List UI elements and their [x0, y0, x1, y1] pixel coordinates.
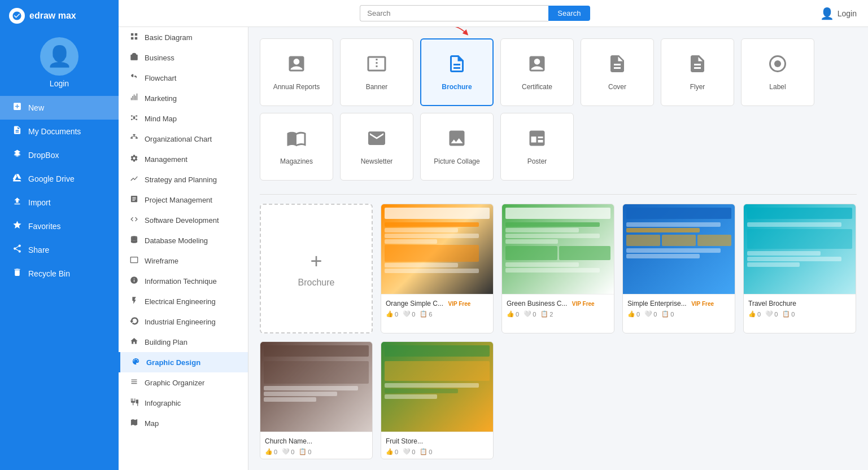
category-magazines-label: Magazines — [280, 157, 313, 165]
search-input[interactable] — [360, 5, 548, 21]
sec-nav-industrial[interactable]: Industrial Engineering — [119, 311, 248, 332]
template-food-img — [381, 342, 493, 432]
sec-nav-label: Graphic Organizer — [145, 379, 204, 387]
sidebar-item-dropbox[interactable]: DropBox — [0, 143, 119, 167]
sec-nav-organizational-chart[interactable]: Organizational Chart — [119, 129, 248, 149]
copy-stat: 📋 2 — [540, 310, 553, 318]
sec-nav-software-dev[interactable]: Software Development — [119, 210, 248, 230]
template-church-img — [260, 342, 372, 432]
new-template-button[interactable]: + Brochure — [260, 204, 373, 333]
svg-rect-0 — [130, 33, 133, 36]
sec-nav-graphic-design[interactable]: Graphic Design — [119, 352, 248, 372]
sidebar-item-share[interactable]: Share — [0, 238, 119, 262]
category-banner-label: Banner — [366, 83, 388, 91]
svg-rect-2 — [130, 37, 133, 39]
search-button[interactable]: Search — [548, 6, 590, 21]
copy-stat: 📋 0 — [299, 448, 311, 455]
sec-nav-label: Project Management — [145, 196, 212, 204]
sec-nav-project-management[interactable]: Project Management — [119, 190, 248, 210]
sec-nav-label: Business — [145, 54, 175, 62]
sec-nav-map[interactable]: Map — [119, 413, 248, 433]
magazines-icon — [286, 128, 307, 153]
svg-line-11 — [132, 118, 134, 119]
category-brochure[interactable]: Brochure — [420, 38, 494, 106]
login-label[interactable]: Login — [50, 79, 69, 88]
category-flyer[interactable]: Flyer — [661, 38, 734, 106]
template-title: Simple Enterprise... — [627, 300, 687, 308]
category-poster[interactable]: Poster — [500, 113, 574, 181]
sec-nav-label: Flowchart — [145, 74, 176, 82]
new-icon — [11, 102, 23, 114]
poster-icon — [527, 128, 547, 153]
category-picture-collage[interactable]: Picture Collage — [420, 113, 494, 181]
sidebar-item-new[interactable]: New — [0, 96, 119, 120]
sec-nav-infographic[interactable]: Infographic — [119, 393, 248, 413]
management-icon — [129, 154, 139, 164]
template-orange-simple-img — [381, 204, 493, 295]
category-certificate-label: Certificate — [522, 83, 552, 91]
category-brochure-label: Brochure — [442, 83, 472, 91]
sec-nav-mind-map[interactable]: Mind Map — [119, 108, 248, 129]
sec-nav-database[interactable]: Database Modeling — [119, 230, 248, 251]
label-icon — [767, 54, 788, 78]
category-banner[interactable]: Banner — [340, 38, 413, 106]
category-cover[interactable]: Cover — [581, 38, 654, 106]
flowchart-icon — [129, 73, 139, 83]
like-stat: 👍 0 — [265, 448, 277, 455]
like-stat: 👍 0 — [627, 310, 640, 318]
category-annual-reports[interactable]: Annual Reports — [260, 38, 333, 106]
category-label-label: Label — [769, 83, 786, 91]
svg-point-4 — [133, 117, 135, 119]
template-simple-enterprise[interactable]: Simple Enterprise... VIP Free 👍 0 🤍 0 📋 … — [622, 204, 735, 333]
sec-nav-info-tech[interactable]: Information Technique — [119, 271, 248, 291]
template-green-business-img — [502, 204, 614, 295]
graphic-organizer-icon — [129, 377, 139, 388]
copy-stat: 📋 0 — [661, 310, 674, 318]
sec-nav-flowchart[interactable]: Flowchart — [119, 68, 248, 88]
avatar: 👤 — [40, 37, 78, 76]
sidebar-item-favorites[interactable]: Favorites — [0, 214, 119, 238]
sec-nav-marketing[interactable]: Marketing — [119, 88, 248, 108]
certificate-icon — [527, 54, 547, 78]
sidebar-item-google-drive[interactable]: Google Drive — [0, 167, 119, 191]
sec-nav-label: Strategy and Planning — [145, 175, 217, 184]
heart-stat: 🤍 0 — [644, 310, 657, 318]
template-church[interactable]: Church Name... 👍 0 🤍 0 📋 0 — [260, 341, 373, 459]
template-food[interactable]: Fruit Store... 👍 0 🤍 0 📋 0 — [381, 341, 494, 459]
sec-nav-business[interactable]: Business — [119, 47, 248, 68]
topbar-login-label[interactable]: Login — [838, 9, 857, 18]
svg-rect-3 — [134, 37, 137, 39]
sec-nav-wireframe[interactable]: Wireframe — [119, 251, 248, 271]
svg-line-9 — [132, 116, 134, 116]
sec-nav-label: Information Technique — [145, 277, 217, 285]
sidebar-item-import[interactable]: Import — [0, 191, 119, 214]
sidebar-item-my-documents[interactable]: My Documents — [0, 120, 119, 143]
template-travel[interactable]: Travel Brochure 👍 0 🤍 0 📋 0 — [743, 204, 856, 333]
sec-nav-graphic-organizer[interactable]: Graphic Organizer — [119, 372, 248, 393]
sidebar-item-recycle-bin[interactable]: Recycle Bin — [0, 262, 119, 285]
heart-stat: 🤍 0 — [403, 448, 415, 455]
svg-point-22 — [774, 60, 781, 67]
brochure-icon — [447, 54, 467, 78]
sec-nav-electrical[interactable]: Electrical Engineering — [119, 291, 248, 311]
sec-nav-management[interactable]: Management — [119, 149, 248, 169]
category-magazines[interactable]: Magazines — [260, 113, 333, 181]
category-certificate[interactable]: Certificate — [500, 38, 574, 106]
sec-nav-basic-diagram[interactable]: Basic Diagram — [119, 27, 248, 47]
svg-point-20 — [130, 236, 137, 238]
sidebar-item-label: My Documents — [28, 127, 81, 136]
sec-nav-strategy[interactable]: Strategy and Planning — [119, 169, 248, 190]
strategy-icon — [129, 174, 139, 185]
category-picture-collage-label: Picture Collage — [434, 157, 479, 165]
sec-nav-label: Industrial Engineering — [145, 318, 216, 326]
secondary-sidebar: Basic Diagram Business Flowchart Marketi… — [119, 27, 248, 470]
sec-nav-building-plan[interactable]: Building Plan — [119, 332, 248, 352]
picture-collage-icon — [447, 128, 467, 153]
template-orange-simple[interactable]: Orange Simple C... VIP Free 👍 0 🤍 0 📋 6 — [381, 204, 494, 333]
heart-stat: 🤍 0 — [524, 310, 536, 318]
sec-nav-label: Database Modeling — [145, 236, 208, 245]
category-label[interactable]: Label — [741, 38, 814, 106]
category-newsletter[interactable]: Newsletter — [340, 113, 413, 181]
template-green-business[interactable]: Green Business C... VIP Free 👍 0 🤍 0 📋 2 — [501, 204, 614, 333]
org-chart-icon — [129, 134, 139, 144]
